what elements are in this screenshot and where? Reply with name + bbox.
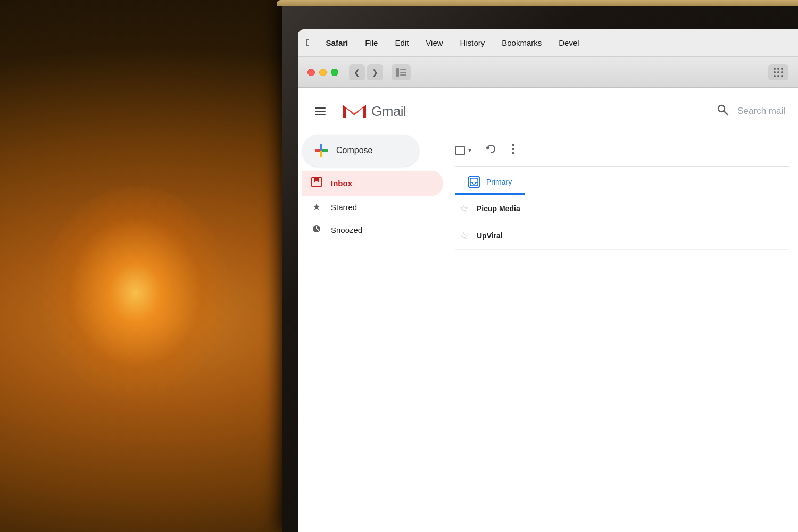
svg-line-5	[724, 111, 728, 115]
svg-rect-13	[470, 178, 478, 186]
primary-tab-label: Primary	[486, 178, 512, 186]
checkbox-square-icon	[455, 146, 465, 155]
gmail-header: Gmail Search mail	[298, 88, 798, 135]
nav-item-inbox[interactable]: Inbox	[302, 171, 443, 196]
navigation-buttons: ❮ ❯	[349, 64, 383, 80]
svg-point-12	[512, 152, 514, 154]
safari-toolbar: ❮ ❯	[298, 57, 798, 88]
svg-rect-2	[400, 72, 406, 73]
background-glow	[43, 186, 229, 399]
clock-icon	[311, 223, 322, 237]
back-icon: ❮	[354, 68, 360, 77]
forward-button[interactable]: ❯	[367, 64, 383, 80]
gmail-body: Compose Inbox ★	[298, 135, 798, 532]
more-options-button[interactable]	[510, 141, 517, 160]
gmail-logo-area: Gmail	[340, 97, 406, 125]
menubar-file[interactable]: File	[362, 37, 381, 48]
email-star-1[interactable]: ☆	[460, 203, 468, 214]
gmail-sidebar: Compose Inbox ★	[298, 135, 447, 532]
svg-point-11	[512, 148, 514, 150]
email-item-1[interactable]: ☆ Picup Media	[455, 195, 789, 222]
menubar-edit[interactable]: Edit	[392, 37, 412, 48]
search-area: Search mail	[417, 103, 785, 119]
apple-menu-icon[interactable]: 	[306, 37, 310, 48]
hamburger-line-3	[315, 114, 326, 115]
tab-primary[interactable]: Primary	[455, 171, 525, 195]
laptop-screen:  Safari File Edit View History Bookmark…	[298, 29, 798, 532]
hamburger-line-2	[315, 111, 326, 112]
menubar-develop[interactable]: Devel	[555, 37, 582, 48]
menubar-bookmarks[interactable]: Bookmarks	[498, 37, 545, 48]
inbox-icon	[311, 176, 322, 190]
nav-item-starred[interactable]: ★ Starred	[302, 196, 443, 218]
email-sender-2: UpViral	[477, 231, 541, 240]
close-button[interactable]	[307, 69, 315, 76]
email-toolbar-row: ▼	[455, 135, 789, 167]
laptop-edge	[277, 0, 798, 6]
nav-item-snoozed[interactable]: Snoozed	[302, 218, 443, 242]
gmail-content-area: Gmail Search mail	[298, 88, 798, 532]
menubar-view[interactable]: View	[422, 37, 446, 48]
email-list: ☆ Picup Media ☆ UpViral	[455, 195, 789, 250]
search-icon	[716, 103, 729, 119]
primary-tab-icon	[468, 176, 480, 188]
macos-menubar:  Safari File Edit View History Bookmark…	[298, 29, 798, 57]
email-star-2[interactable]: ☆	[460, 230, 468, 242]
gmail-wordmark: Gmail	[371, 103, 406, 120]
menubar-safari[interactable]: Safari	[323, 37, 352, 48]
inbox-label: Inbox	[331, 179, 352, 188]
compose-button[interactable]: Compose	[302, 135, 419, 167]
forward-icon: ❯	[372, 68, 378, 77]
maximize-button[interactable]	[331, 69, 338, 76]
grid-dots-icon	[774, 68, 783, 77]
compose-plus-icon	[315, 144, 328, 157]
gmail-tabs-row: Primary	[455, 167, 789, 195]
gmail-nav-items: Inbox ★ Starred	[302, 171, 443, 242]
email-sender-1: Picup Media	[477, 204, 541, 213]
select-all-checkbox[interactable]: ▼	[455, 146, 472, 155]
email-item-2[interactable]: ☆ UpViral	[455, 222, 789, 250]
search-placeholder[interactable]: Search mail	[737, 106, 785, 117]
gmail-main-content: ▼	[447, 135, 798, 532]
snoozed-label: Snoozed	[331, 226, 362, 235]
traffic-lights	[307, 69, 338, 76]
apps-grid-button[interactable]	[768, 64, 788, 80]
svg-point-10	[512, 144, 514, 146]
starred-label: Starred	[331, 203, 357, 212]
refresh-button[interactable]	[483, 141, 499, 160]
svg-rect-3	[400, 74, 406, 76]
hamburger-line-1	[315, 107, 326, 109]
sidebar-toggle-button[interactable]	[392, 64, 411, 80]
svg-rect-0	[396, 68, 399, 77]
hamburger-menu-button[interactable]	[311, 103, 330, 119]
sidebar-icon	[396, 68, 406, 77]
minimize-button[interactable]	[319, 69, 327, 76]
compose-label: Compose	[336, 146, 372, 155]
gmail-m-logo	[340, 97, 368, 125]
back-button[interactable]: ❮	[349, 64, 365, 80]
menubar-history[interactable]: History	[457, 37, 488, 48]
chevron-down-icon: ▼	[467, 147, 472, 153]
star-icon: ★	[311, 201, 322, 213]
svg-rect-1	[400, 69, 406, 70]
